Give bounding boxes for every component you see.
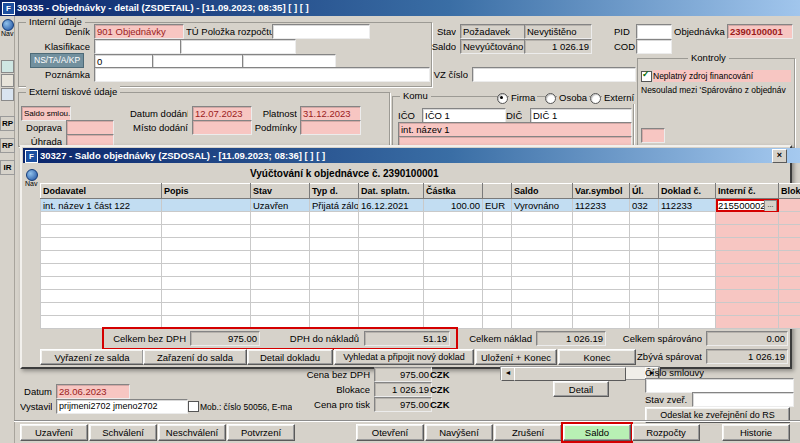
misto-dodani-field[interactable] (192, 120, 252, 135)
cod-field[interactable] (636, 39, 672, 54)
klasifikace-field-2[interactable] (180, 39, 296, 54)
neschvaleni-button[interactable]: Neschválení (158, 424, 226, 441)
nav-label: Nav (1, 30, 13, 38)
sidebar-ir-button[interactable]: IR (0, 160, 15, 175)
schvaleni-button[interactable]: Schválení (89, 424, 157, 441)
poznamka-label: Poznámka (30, 69, 90, 81)
uzavreni-button[interactable]: Uzavření (20, 424, 88, 441)
denik-field[interactable]: 901 Objednávky (94, 24, 184, 39)
radio-firma-label: Firma (509, 92, 537, 104)
saldo-table-row[interactable] (41, 264, 800, 277)
ulozeni-konec-button[interactable]: Uložení + Konec (475, 349, 557, 365)
kontrola1-label: Neplatný zdroj financování (653, 70, 791, 82)
ns-ta-akp-label[interactable]: NS/TA/A/KP (30, 53, 84, 68)
close-icon[interactable]: × (772, 149, 787, 163)
potvrzeni-button[interactable]: Potvrzení (227, 424, 295, 441)
saldo-caption: Vyúčtování k objednávce č. 2390100001 (250, 168, 439, 179)
objednavka-label: Objednávka (674, 26, 725, 38)
saldo-table-row[interactable]: int. název 1 část 122UzavřenPřijatá zálo… (41, 199, 800, 212)
celkem-sparovano-value: 0.00 (706, 331, 788, 346)
zbyva-sparovat-value: 1 026.19 (706, 349, 788, 364)
kontroly-field[interactable] (641, 128, 665, 143)
ico-field[interactable]: IČO 1 (422, 108, 506, 123)
tu-polozka-label: TÚ Položka rozpočtu (186, 26, 274, 38)
scrollbar-thumb[interactable] (514, 367, 626, 381)
vz-cislo-field[interactable] (472, 67, 636, 82)
saldo-table-row[interactable] (41, 290, 800, 303)
historie-button[interactable]: Historie (722, 424, 790, 441)
kontroly-legend: Kontroly (688, 52, 729, 64)
window-titlebar[interactable]: F 30335 - Objednávky - detail (ZSDETAIL)… (0, 0, 800, 16)
objednavka-field[interactable]: 2390100001 (727, 24, 793, 39)
cell-ellipsis-button[interactable]: ... (764, 200, 777, 212)
celkem-bez-dph-label: Celkem bez DPH (106, 333, 186, 345)
saldo-dialog: F 30327 - Saldo objednávky (ZSDOSAL) - [… (20, 145, 792, 369)
celkem-naklad-label: Celkem náklad (462, 333, 532, 345)
saldo-table[interactable]: DodavatelPopisStavTyp d.Dat. splatn.Část… (40, 183, 800, 329)
otevreni-button[interactable]: Otevření (356, 424, 424, 441)
tool-icon-1[interactable] (1, 60, 14, 73)
radio-externi-label: Externí (602, 92, 636, 104)
saldo-field-1: Nevyúčtováno (460, 39, 526, 54)
dialog-nav-label: Nav (25, 180, 37, 188)
scroll-left-icon[interactable]: ◄ (501, 367, 515, 381)
blokace-label: Blokace (290, 384, 370, 396)
kontrola1-checkbox[interactable] (641, 71, 652, 82)
sidebar-rp2-button[interactable]: RP (0, 138, 15, 153)
horizontal-scrollbar[interactable]: ◄ ► (500, 366, 660, 380)
saldo-table-row[interactable] (41, 238, 800, 251)
datum-label: Datum (20, 386, 52, 398)
tool-icon-3[interactable] (1, 88, 14, 101)
radio-firma[interactable] (497, 93, 508, 104)
platnost-label: Platnost (253, 108, 297, 120)
mob-checkbox[interactable] (188, 401, 199, 412)
navyseni-button[interactable]: Navýšení (425, 424, 493, 441)
saldo-table-row[interactable] (41, 316, 800, 329)
cena-bez-dph-value: 975.00 (374, 367, 432, 382)
celkem-naklad-value: 1 026.19 (536, 331, 606, 346)
tu-polozka-field[interactable] (272, 24, 370, 39)
stav-label: Stav (416, 26, 456, 38)
stav-field-2: Nevytištěno (524, 24, 592, 39)
pid-field[interactable] (636, 24, 672, 39)
saldo-smlouvy-field[interactable]: Saldo smlou... (21, 106, 71, 121)
dialog-icon: F (25, 150, 38, 163)
detail-dokladu-button[interactable]: Detail dokladu (247, 349, 333, 365)
vyhledat-pripojit-button[interactable]: Vyhledat a připojit nový doklad (334, 349, 474, 365)
rozpocty-button[interactable]: Rozpočty (632, 424, 700, 441)
cislo-smlouvy-field[interactable] (645, 378, 794, 393)
saldo-table-row[interactable] (41, 303, 800, 316)
saldo-table-row[interactable] (41, 212, 800, 225)
blokace-value: 1 026.19 (374, 382, 432, 397)
nazev-field[interactable]: int. název 1 (398, 122, 632, 137)
zruseni-button[interactable]: Zrušení (494, 424, 562, 441)
saldo-table-row[interactable] (41, 225, 800, 238)
klasifikace-field-1[interactable] (94, 39, 184, 54)
doprava-field[interactable] (66, 120, 114, 135)
saldo-table-row[interactable] (41, 277, 800, 290)
cena-bez-dph-label: Cena bez DPH (290, 369, 370, 381)
saldo-button[interactable]: Saldo (563, 424, 631, 441)
dic-field[interactable]: DIČ 1 (530, 108, 632, 123)
datum-field[interactable]: 28.06.2023 (56, 384, 130, 399)
pid-label: PID (614, 26, 630, 38)
vyrazeni-ze-salda-button[interactable]: Vyřazení ze salda (40, 349, 144, 365)
radio-osoba[interactable] (545, 93, 556, 104)
tool-icon-2[interactable] (1, 74, 14, 87)
stav-zver-field[interactable] (692, 392, 794, 407)
dph-do-nakladu-label: DPH do nákladů (267, 333, 359, 345)
saldo-dialog-titlebar[interactable]: F 30327 - Saldo objednávky (ZSDOSAL) - [… (23, 148, 800, 163)
externi-udaje-legend: Externí tiskové údaje (26, 86, 120, 98)
sidebar-rp1-button[interactable]: RP (0, 116, 15, 131)
main-window: F 30335 - Objednávky - detail (ZSDETAIL)… (0, 0, 800, 443)
podminky-field[interactable] (300, 120, 361, 135)
saldo-table-row[interactable] (41, 251, 800, 264)
datum-dodani-field[interactable]: 12.07.2023 (192, 106, 252, 121)
poznamka-field[interactable] (94, 67, 430, 82)
platnost-field[interactable]: 31.12.2023 (300, 106, 361, 121)
zarazeni-do-salda-button[interactable]: Zařazení do salda (143, 349, 247, 365)
denik-label: Deník (40, 26, 90, 38)
radio-externi[interactable] (590, 93, 601, 104)
saldo-field-2: 1 026.19 (524, 39, 592, 54)
detail-button[interactable]: Detail (553, 381, 609, 397)
